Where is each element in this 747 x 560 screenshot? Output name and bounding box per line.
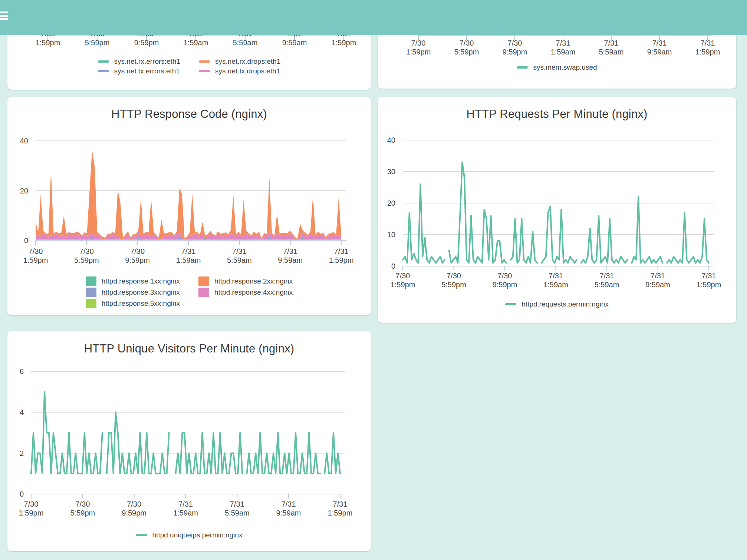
x-tick-time: 5:59pm [441,47,493,56]
legend-item[interactable]: sys.net.rx.errors:eth1 [98,57,180,66]
app-header [0,0,747,35]
legend-swatch [198,276,209,286]
legend-swatch [86,299,96,308]
x-tick-date: 7/31 [314,500,366,508]
y-tick-label: 0 [0,489,24,499]
legend-item[interactable]: sys.net.tx.errors:eth1 [98,67,180,75]
x-tick-time: 5:59am [581,280,633,289]
x-tick-date: 7/31 [537,39,589,47]
legend-swatch [86,276,96,286]
legend-label: httpd.uniqueips.permin:nginx [152,531,243,539]
y-tick-label: 10 [369,230,395,239]
x-tick-date: 7/30 [108,500,160,508]
chart-legend: sys.mem.swap.used [378,63,736,72]
legend-label: httpd.requests.permin:nginx [521,300,608,308]
legend-label: sys.mem.swap.used [533,63,597,72]
chart-legend: httpd.requests.permin:nginx [378,300,736,308]
y-tick-label: 30 [369,167,395,176]
x-tick-time: 9:59am [263,508,315,517]
x-tick-time: 5:59am [585,47,637,56]
x-tick-date: 7/31 [632,271,684,280]
legend-item[interactable]: sys.net.tx.drops:eth1 [199,67,280,75]
line-series [403,162,709,263]
x-tick-date: 7/31 [530,271,582,280]
x-tick-time: 1:59pm [377,280,429,289]
legend-label: httpd.response.4xx:nginx [214,288,293,296]
area-series [36,150,341,240]
plot-area[interactable] [378,134,736,276]
legend-label: httpd.response.5xx:nginx [102,299,180,308]
legend-item[interactable]: httpd.response.2xx:nginx [198,276,293,286]
y-tick-label: 40 [369,135,395,145]
legend-swatch [199,60,210,63]
x-tick-date: 7/31 [315,247,367,256]
x-tick-time: 1:59pm [314,508,366,517]
x-tick-date: 7/30 [5,500,57,508]
y-tick-label: 0 [2,236,28,245]
legend-swatch [86,288,96,297]
x-tick-time: 1:59pm [682,47,734,56]
menu-icon[interactable] [0,11,8,21]
chart-legend: sys.net.rx.errors:eth1sys.net.rx.drops:e… [7,57,371,75]
y-tick-label: 2 [0,448,24,458]
http-requests-per-minute-chart[interactable]: 4030201007/301:59pm7/305:59pm7/309:59pm7… [378,97,736,323]
plot-area[interactable] [7,134,371,250]
chart-legend: httpd.uniqueips.permin:nginx [7,531,371,539]
x-tick-time: 5:59pm [71,38,123,47]
legend-item[interactable]: httpd.uniqueips.permin:nginx [136,531,243,539]
x-tick-date: 7/31 [211,500,263,508]
legend-swatch [98,60,109,63]
x-tick-time: 1:59pm [392,47,444,56]
x-tick-time: 1:59am [160,508,212,517]
legend-swatch [198,288,209,297]
legend-item[interactable]: sys.mem.swap.used [517,63,597,72]
x-tick-date: 7/31 [634,39,685,47]
http-unique-visitors-chart[interactable]: 64207/301:59pm7/305:59pm7/309:59pm7/311:… [7,331,371,551]
x-tick-time: 1:59pm [10,256,62,265]
x-tick-date: 7/30 [112,247,164,256]
y-tick-label: 40 [2,136,28,146]
x-tick-time: 5:59pm [57,508,109,517]
x-tick-date: 7/31 [683,271,735,280]
x-tick-date: 7/31 [585,39,637,47]
x-tick-time: 9:59pm [479,280,531,289]
x-tick-date: 7/30 [479,271,531,280]
plot-area[interactable] [7,368,371,503]
x-tick-time: 1:59pm [315,256,367,265]
legend-label: httpd.response.2xx:nginx [214,277,293,285]
card-http-requests-per-minute: HTTP Requests Per Minute (nginx) 4030201… [378,97,736,323]
legend-label: httpd.response.1xx:nginx [102,277,180,285]
legend-item[interactable]: httpd.requests.permin:nginx [505,300,608,308]
legend-item[interactable]: httpd.response.5xx:nginx [86,299,180,308]
http-response-code-chart[interactable]: 402007/301:59pm7/305:59pm7/309:59pm7/311… [7,97,371,315]
legend-label: sys.net.rx.drops:eth1 [215,57,280,66]
x-tick-time: 1:59pm [22,38,74,47]
x-tick-time: 1:59am [162,256,214,265]
x-tick-time: 9:59pm [108,508,160,517]
x-tick-date: 7/31 [682,39,734,47]
x-tick-date: 7/30 [57,500,109,508]
x-tick-time: 5:59am [213,256,265,265]
legend-swatch [505,303,516,305]
x-tick-time: 1:59pm [5,508,57,517]
legend-item[interactable]: httpd.response.3xx:nginx [86,288,180,297]
x-tick-time: 9:59pm [112,256,164,265]
legend-label: sys.net.rx.errors:eth1 [114,57,180,66]
y-tick-label: 20 [369,198,395,208]
legend-label: httpd.response.3xx:nginx [102,288,180,296]
x-tick-time: 5:59pm [60,256,112,265]
x-tick-time: 9:59am [634,47,685,56]
x-tick-date: 7/31 [581,271,633,280]
x-tick-time: 9:59pm [489,47,541,56]
x-tick-time: 9:59am [264,256,316,265]
x-tick-time: 9:59pm [121,38,172,47]
legend-item[interactable]: httpd.response.4xx:nginx [198,288,293,297]
y-tick-label: 0 [369,261,395,271]
legend-item[interactable]: sys.net.rx.drops:eth1 [199,57,280,66]
x-tick-date: 7/30 [60,247,112,256]
legend-item[interactable]: httpd.response.1xx:nginx [86,276,180,286]
x-tick-date: 7/31 [213,247,265,256]
x-tick-time: 1:59am [537,47,589,56]
line-series [31,392,340,474]
x-tick-time: 1:59am [170,38,222,47]
